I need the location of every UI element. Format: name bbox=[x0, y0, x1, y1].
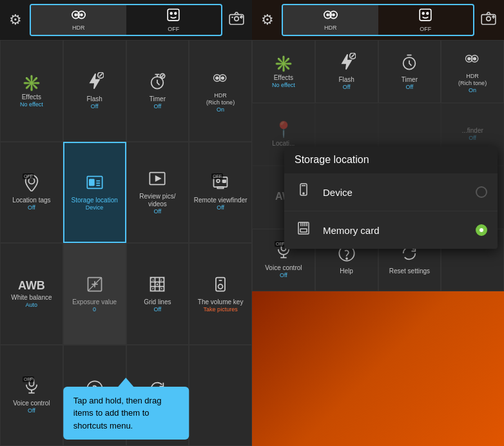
remote-label: Remote viewfinder bbox=[194, 197, 247, 204]
remote-icon: OFF bbox=[211, 173, 229, 195]
review-icon bbox=[148, 170, 166, 191]
storage-cell[interactable]: Storage location Device bbox=[63, 142, 126, 244]
settings-icon-right[interactable]: ⚙ bbox=[257, 12, 278, 28]
svg-point-20 bbox=[221, 76, 224, 79]
volume-key-cell[interactable]: The volume key Take pictures bbox=[189, 243, 252, 345]
timer-icon bbox=[148, 72, 166, 94]
hdr-toggle-group-right[interactable]: HDR OFF bbox=[282, 4, 474, 36]
wb-cell[interactable]: AWB White balance Auto bbox=[0, 243, 63, 345]
grid-lines-label: Grid lines bbox=[144, 298, 171, 306]
hdr-cell-r[interactable]: HDR(Rich tone) On bbox=[441, 40, 504, 103]
timer-label-r: Timer bbox=[402, 76, 418, 84]
effects-cell-r[interactable]: ✳️ Effects No effect bbox=[252, 40, 315, 103]
hdr-rich-label-r: HDR(Rich tone) bbox=[458, 73, 487, 87]
svg-point-18 bbox=[215, 76, 218, 79]
svg-point-6 bbox=[174, 12, 177, 15]
hdr-cell[interactable]: HDR(Rich tone) On bbox=[189, 40, 252, 142]
svg-point-59 bbox=[487, 17, 491, 21]
hdr-icon bbox=[66, 9, 92, 23]
hdr-button[interactable]: HDR bbox=[31, 5, 126, 35]
right-top-bar: ⚙ HDR bbox=[252, 0, 504, 40]
face-detect-label-right: OFF bbox=[420, 26, 431, 32]
timer-icon-r bbox=[400, 53, 418, 75]
hdr-label: HDR bbox=[72, 24, 85, 31]
flash-icon bbox=[86, 72, 104, 94]
exposure-label: Exposure value bbox=[72, 298, 117, 306]
timer-cell[interactable]: Timer Off bbox=[126, 40, 189, 142]
volume-key-label: The volume key bbox=[198, 298, 244, 306]
svg-point-81 bbox=[303, 193, 304, 194]
voice-label: Voice control bbox=[13, 400, 50, 407]
device-label: Device bbox=[323, 187, 476, 198]
effects-icon-r: ✳️ bbox=[274, 55, 293, 73]
device-icon bbox=[295, 182, 313, 202]
voice-sublabel-r: Off bbox=[280, 272, 287, 278]
wb-sublabel: Auto bbox=[26, 302, 38, 308]
wb-label: White balance bbox=[11, 294, 52, 302]
flash-label: Flash bbox=[86, 95, 102, 103]
svg-point-57 bbox=[422, 12, 425, 15]
exposure-icon bbox=[86, 275, 104, 297]
storage-label: Storage location bbox=[71, 197, 117, 204]
svg-line-16 bbox=[162, 75, 164, 77]
left-top-bar: ⚙ HDR bbox=[0, 0, 252, 40]
grid-lines-cell[interactable]: Grid lines Off bbox=[126, 243, 189, 345]
flash-icon-r bbox=[338, 53, 356, 75]
camera-flip-icon-left[interactable] bbox=[226, 10, 247, 30]
grid-lines-icon bbox=[148, 275, 166, 297]
svg-point-58 bbox=[426, 12, 429, 15]
storage-icon bbox=[86, 173, 104, 195]
svg-point-32 bbox=[217, 180, 220, 183]
storage-dialog-title: Storage location bbox=[284, 146, 498, 173]
svg-point-55 bbox=[332, 14, 335, 17]
timer-cell-r[interactable]: Timer Off bbox=[378, 40, 441, 103]
hdr-toggle-group[interactable]: HDR OFF bbox=[30, 4, 222, 36]
memory-card-icon bbox=[295, 220, 313, 240]
camera-preview-right bbox=[252, 291, 504, 446]
svg-rect-30 bbox=[217, 187, 223, 188]
flash-cell[interactable]: Flash Off bbox=[63, 40, 126, 142]
hdr-rich-icon-r bbox=[463, 50, 481, 72]
empty-cell-left bbox=[189, 345, 252, 447]
memory-card-label: Memory card bbox=[323, 225, 476, 236]
settings-icon-left[interactable]: ⚙ bbox=[5, 12, 26, 28]
memory-card-option[interactable]: Memory card bbox=[284, 211, 498, 249]
timer-sublabel: Off bbox=[153, 103, 161, 110]
location-cell[interactable]: OFF Location tags Off bbox=[0, 142, 63, 244]
face-detect-button[interactable]: OFF bbox=[126, 5, 222, 35]
left-panel: ⚙ HDR bbox=[0, 0, 252, 446]
wb-icon: AWB bbox=[18, 279, 45, 293]
tooltip-box: Tap and hold, then drag items to add the… bbox=[63, 387, 189, 440]
svg-marker-28 bbox=[156, 177, 160, 181]
remote-sublabel-r: Off bbox=[469, 135, 476, 141]
svg-line-11 bbox=[99, 73, 102, 77]
voice-cell[interactable]: OFF Voice control Off bbox=[0, 345, 63, 447]
hdr-icon-right bbox=[318, 9, 344, 23]
memory-card-radio[interactable] bbox=[476, 224, 487, 236]
face-detect-label: OFF bbox=[168, 26, 179, 32]
remote-cell[interactable]: OFF Remote viewfinder Off bbox=[189, 142, 252, 244]
svg-point-67 bbox=[467, 57, 470, 60]
camera-flip-icon-right[interactable] bbox=[478, 10, 499, 30]
effects-label: Effects bbox=[22, 93, 41, 101]
timer-label: Timer bbox=[150, 95, 166, 103]
flash-sublabel-r: Off bbox=[343, 84, 351, 90]
svg-point-3 bbox=[80, 14, 83, 17]
review-sublabel: Off bbox=[153, 208, 161, 215]
svg-point-5 bbox=[170, 12, 173, 15]
effects-cell[interactable]: ✳️ Effects No effect bbox=[0, 40, 63, 142]
hdr-button-right[interactable]: HDR bbox=[283, 5, 378, 35]
flash-label-r: Flash bbox=[338, 76, 354, 84]
svg-point-45 bbox=[218, 284, 223, 289]
hdr-label-right: HDR bbox=[324, 24, 337, 31]
svg-point-53 bbox=[326, 14, 329, 17]
location-sublabel: Off bbox=[28, 204, 35, 211]
flash-sublabel: Off bbox=[91, 103, 99, 110]
review-cell[interactable]: Review pics/ videos Off bbox=[126, 142, 189, 244]
face-detect-icon bbox=[163, 8, 184, 24]
device-radio[interactable] bbox=[476, 186, 487, 198]
exposure-cell[interactable]: Exposure value 0 bbox=[63, 243, 126, 345]
device-option[interactable]: Device bbox=[284, 173, 498, 211]
flash-cell-r[interactable]: Flash Off bbox=[315, 40, 378, 103]
face-detect-button-right[interactable]: OFF bbox=[378, 5, 474, 35]
